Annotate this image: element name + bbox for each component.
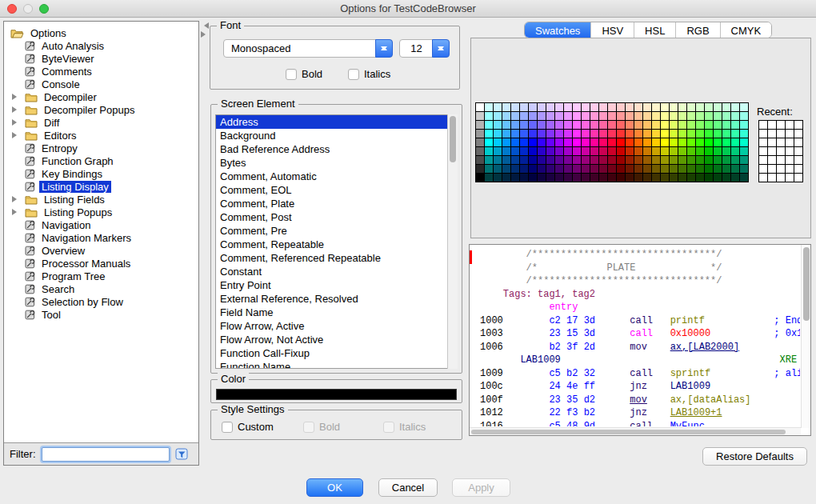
- recent-swatch-cell[interactable]: [777, 174, 785, 182]
- tab-cmyk[interactable]: CMYK: [720, 22, 772, 38]
- swatch-cell[interactable]: [582, 121, 590, 129]
- swatch-cell[interactable]: [687, 112, 695, 120]
- swatch-cell[interactable]: [731, 147, 739, 155]
- swatch-cell[interactable]: [582, 130, 590, 138]
- recent-swatch-cell[interactable]: [768, 121, 776, 129]
- swatch-cell[interactable]: [546, 174, 554, 182]
- swatch-cell[interactable]: [714, 165, 722, 173]
- swatch-cell[interactable]: [573, 103, 581, 111]
- swatch-cell[interactable]: [714, 103, 722, 111]
- swatch-cell[interactable]: [608, 138, 616, 146]
- recent-swatch-cell[interactable]: [759, 147, 767, 155]
- swatch-cell[interactable]: [722, 121, 730, 129]
- tree-item[interactable]: Console: [4, 78, 198, 90]
- filter-options-icon[interactable]: [175, 448, 189, 461]
- tree-item[interactable]: Comments: [4, 65, 198, 78]
- swatch-cell[interactable]: [573, 130, 581, 138]
- swatch-cell[interactable]: [582, 174, 590, 182]
- swatch-cell[interactable]: [705, 174, 713, 182]
- swatch-cell[interactable]: [520, 174, 528, 182]
- font-italics-checkbox[interactable]: Italics: [348, 68, 390, 80]
- swatch-cell[interactable]: [538, 156, 546, 164]
- swatch-cell[interactable]: [714, 174, 722, 182]
- swatch-cell[interactable]: [705, 112, 713, 120]
- swatch-cell[interactable]: [529, 165, 537, 173]
- swatch-cell[interactable]: [687, 103, 695, 111]
- swatch-cell[interactable]: [555, 121, 563, 129]
- swatch-cell[interactable]: [696, 112, 704, 120]
- swatch-cell[interactable]: [722, 103, 730, 111]
- swatch-cell[interactable]: [511, 130, 519, 138]
- swatch-cell[interactable]: [714, 138, 722, 146]
- swatch-cell[interactable]: [652, 147, 660, 155]
- swatch-cell[interactable]: [731, 156, 739, 164]
- swatch-cell[interactable]: [502, 130, 510, 138]
- tree-item[interactable]: Navigation: [4, 218, 198, 231]
- swatch-cell[interactable]: [608, 165, 616, 173]
- swatch-cell[interactable]: [687, 165, 695, 173]
- swatch-cell[interactable]: [643, 156, 651, 164]
- swatch-cell[interactable]: [529, 174, 537, 182]
- swatch-cell[interactable]: [494, 156, 502, 164]
- swatch-cell[interactable]: [529, 112, 537, 120]
- swatch-cell[interactable]: [485, 112, 493, 120]
- swatch-cell[interactable]: [564, 174, 572, 182]
- swatch-cell[interactable]: [546, 138, 554, 146]
- swatch-cell[interactable]: [485, 130, 493, 138]
- swatch-cell[interactable]: [634, 121, 642, 129]
- swatch-cell[interactable]: [564, 156, 572, 164]
- swatch-cell[interactable]: [678, 138, 686, 146]
- screen-element-item[interactable]: Comment, Automatic: [216, 170, 457, 183]
- tab-rgb[interactable]: RGB: [675, 22, 719, 38]
- swatch-cell[interactable]: [670, 130, 678, 138]
- tree-item[interactable]: Editors: [4, 129, 198, 142]
- swatch-cell[interactable]: [590, 112, 598, 120]
- recent-swatch-cell[interactable]: [768, 130, 776, 138]
- swatch-cell[interactable]: [590, 174, 598, 182]
- tree-item[interactable]: Listing Popups: [4, 206, 198, 218]
- recent-swatch-cell[interactable]: [768, 138, 776, 146]
- swatch-cell[interactable]: [476, 165, 484, 173]
- swatch-cell[interactable]: [687, 156, 695, 164]
- swatch-cell[interactable]: [626, 174, 634, 182]
- swatch-cell[interactable]: [608, 121, 616, 129]
- swatch-cell[interactable]: [678, 103, 686, 111]
- swatch-cell[interactable]: [722, 147, 730, 155]
- swatch-cell[interactable]: [538, 130, 546, 138]
- swatch-cell[interactable]: [538, 165, 546, 173]
- swatch-cell[interactable]: [590, 147, 598, 155]
- swatch-cell[interactable]: [485, 165, 493, 173]
- swatch-cell[interactable]: [494, 165, 502, 173]
- tree-item[interactable]: Diff: [4, 116, 198, 129]
- swatch-cell[interactable]: [687, 130, 695, 138]
- swatch-cell[interactable]: [687, 174, 695, 182]
- swatch-cell[interactable]: [582, 165, 590, 173]
- tree-item[interactable]: Processor Manuals: [4, 257, 198, 270]
- swatch-cell[interactable]: [643, 174, 651, 182]
- swatch-cell[interactable]: [626, 103, 634, 111]
- swatch-cell[interactable]: [564, 103, 572, 111]
- swatch-cell[interactable]: [502, 156, 510, 164]
- swatch-cell[interactable]: [652, 103, 660, 111]
- swatch-cell[interactable]: [573, 165, 581, 173]
- swatch-cell[interactable]: [520, 147, 528, 155]
- swatch-cell[interactable]: [582, 112, 590, 120]
- swatch-cell[interactable]: [485, 156, 493, 164]
- swatch-cell[interactable]: [582, 147, 590, 155]
- swatch-cell[interactable]: [722, 165, 730, 173]
- swatch-cell[interactable]: [634, 174, 642, 182]
- tab-swatches[interactable]: Swatches: [525, 22, 590, 38]
- tab-hsv[interactable]: HSV: [590, 22, 634, 38]
- swatch-cell[interactable]: [494, 112, 502, 120]
- swatch-cell[interactable]: [670, 174, 678, 182]
- swatch-cell[interactable]: [670, 165, 678, 173]
- swatch-cell[interactable]: [722, 138, 730, 146]
- swatch-cell[interactable]: [634, 130, 642, 138]
- swatch-cell[interactable]: [740, 174, 748, 182]
- swatch-cell[interactable]: [546, 112, 554, 120]
- font-family-combo[interactable]: Monospaced: [223, 39, 393, 58]
- swatch-cell[interactable]: [590, 121, 598, 129]
- swatch-cell[interactable]: [599, 130, 607, 138]
- expand-arrow-icon[interactable]: [10, 94, 25, 100]
- swatch-cell[interactable]: [722, 174, 730, 182]
